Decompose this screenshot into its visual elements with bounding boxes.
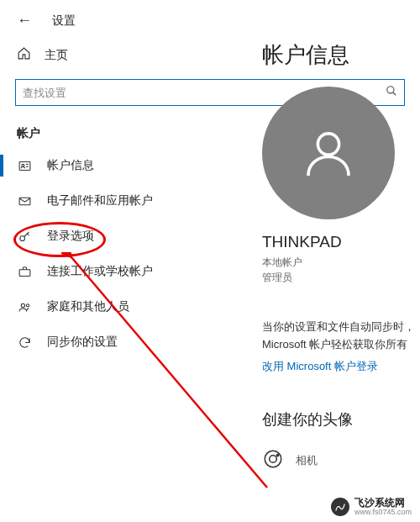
svg-point-3 — [21, 164, 24, 166]
nav-label: 连接工作或学校帐户 — [47, 264, 153, 279]
back-icon[interactable]: ← — [17, 12, 32, 29]
avatar — [262, 87, 395, 219]
svg-point-13 — [270, 455, 277, 462]
svg-point-7 — [19, 235, 24, 240]
svg-point-12 — [265, 451, 281, 467]
svg-rect-8 — [19, 269, 30, 276]
watermark-logo-icon — [331, 498, 349, 516]
svg-point-14 — [276, 454, 278, 456]
nav-label: 电子邮件和应用帐户 — [47, 193, 153, 208]
account-type: 本地帐户 — [262, 255, 420, 270]
svg-rect-6 — [19, 198, 30, 205]
username: THINKPAD — [262, 233, 420, 251]
id-card-icon — [17, 158, 32, 173]
sync-icon — [17, 335, 32, 350]
nav-label: 登录选项 — [47, 229, 94, 244]
svg-point-10 — [26, 303, 29, 306]
briefcase-icon — [17, 264, 32, 279]
svg-rect-2 — [19, 161, 30, 170]
mail-icon — [17, 193, 32, 208]
camera-icon — [262, 448, 284, 473]
camera-option[interactable]: 相机 — [262, 448, 420, 473]
camera-label: 相机 — [296, 453, 318, 468]
svg-point-11 — [318, 134, 339, 155]
key-icon — [17, 229, 32, 244]
home-icon — [17, 46, 31, 64]
home-label: 主页 — [45, 48, 68, 63]
ms-account-link[interactable]: 改用 Microsoft 帐户登录 — [262, 359, 420, 374]
account-role: 管理员 — [262, 270, 420, 285]
nav-label: 帐户信息 — [47, 158, 94, 173]
watermark: 飞沙系统网 www.fs0745.com — [331, 498, 412, 517]
people-icon — [17, 299, 32, 314]
nav-label: 同步你的设置 — [47, 335, 118, 350]
content-title: 帐户信息 — [262, 40, 420, 70]
watermark-url: www.fs0745.com — [354, 509, 412, 517]
create-avatar-title: 创建你的头像 — [262, 409, 420, 430]
sync-description: 当你的设置和文件自动同步时， Microsoft 帐户轻松获取你所有 — [262, 319, 420, 354]
svg-point-9 — [21, 303, 24, 307]
settings-title: 设置 — [52, 13, 76, 29]
nav-label: 家庭和其他人员 — [47, 299, 129, 314]
